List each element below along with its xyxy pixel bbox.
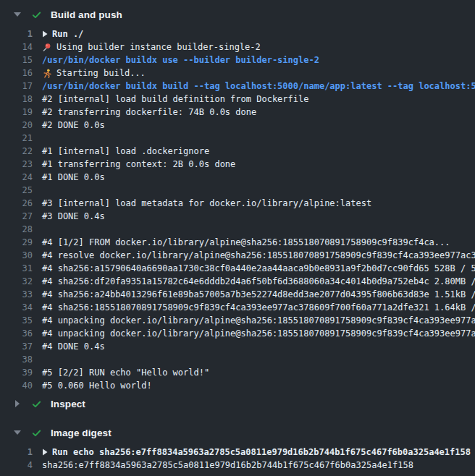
log-line: 40#5 0.060 Hello world! [0, 379, 475, 392]
log-line: 39#5 [2/2] RUN echo "Hello world!" [0, 366, 475, 379]
line-number[interactable]: 17 [0, 80, 42, 93]
line-number[interactable]: 19 [0, 106, 42, 119]
line-text: #2 transferring dockerfile: 74B 0.0s don… [42, 106, 256, 119]
log-line: 33#4 sha256:a24bb4013296f61e89ba57005a7b… [0, 288, 475, 301]
check-icon [31, 9, 42, 20]
line-text: #1 transferring context: 2B 0.0s done [42, 158, 235, 171]
line-text: Run echo sha256:e7ff8834a5963a2785c5a081… [52, 446, 471, 459]
log-line: 27#3 DONE 0.4s [0, 210, 475, 223]
section-header-image-digest[interactable]: Image digest [0, 422, 475, 443]
chevron-down-icon[interactable] [13, 12, 22, 17]
check-icon [31, 399, 42, 409]
line-number[interactable]: 24 [0, 171, 42, 184]
log-lines: 1Run echo sha256:e7ff8834a5963a2785c5a08… [0, 443, 475, 473]
line-number[interactable]: 29 [0, 236, 42, 249]
line-number[interactable]: 32 [0, 275, 42, 288]
section-title: Inspect [51, 399, 85, 409]
log-line: 4sha256:e7ff8834a5963a2785c5a0811e979d16… [0, 459, 475, 472]
line-number[interactable]: 15 [0, 54, 42, 67]
log-line: 24#1 DONE 0.0s [0, 171, 475, 184]
line-text: #4 unpacking docker.io/library/alpine@sh… [42, 327, 475, 340]
line-number[interactable]: 1 [0, 446, 42, 459]
line-text: #1 DONE 0.0s [42, 171, 105, 184]
line-text: #4 sha256:185518070891758909c9f839cf4ca3… [42, 301, 475, 314]
line-text: #4 sha256:a15790640a6690aa1730c38cf0a440… [42, 262, 475, 275]
line-number[interactable]: 39 [0, 366, 42, 379]
line-number[interactable]: 36 [0, 327, 42, 340]
line-text: sha256:e7ff8834a5963a2785c5a0811e979d16b… [42, 459, 413, 472]
line-number[interactable]: 37 [0, 340, 42, 353]
line-text: Using builder instance builder-single-2 [56, 41, 261, 54]
line-number[interactable]: 18 [0, 93, 42, 106]
line-text: #3 [internal] load metadata for docker.i… [42, 197, 371, 210]
line-text: #4 sha256:a24bb4013296f61e89ba57005a7b3e… [42, 288, 475, 301]
line-number[interactable]: 25 [0, 184, 42, 197]
log-line: 18#2 [internal] load build definition fr… [0, 93, 475, 106]
line-number[interactable]: 40 [0, 379, 42, 392]
line-text: #4 sha256:df20fa9351a15782c64e6dddb2d4a6… [42, 275, 475, 288]
log-line: 14Using builder instance builder-single-… [0, 41, 475, 54]
line-number[interactable]: 21 [0, 132, 42, 145]
log-line: 17/usr/bin/docker buildx build --tag loc… [0, 80, 475, 93]
section-title: Image digest [51, 428, 112, 438]
log-line: 34#4 sha256:185518070891758909c9f839cf4c… [0, 301, 475, 314]
chevron-right-icon[interactable] [13, 400, 22, 407]
section-title: Build and push [51, 9, 122, 20]
log-line: 38 [0, 353, 475, 366]
log-line[interactable]: 1Run echo sha256:e7ff8834a5963a2785c5a08… [0, 446, 475, 459]
line-number[interactable]: 31 [0, 262, 42, 275]
log-lines: 1Run ./14Using builder instance builder-… [0, 25, 475, 394]
log-line: 16Starting build... [0, 67, 475, 80]
line-text: #3 DONE 0.4s [42, 210, 105, 223]
section-header-inspect[interactable]: Inspect [0, 394, 475, 414]
log-line: 31#4 sha256:a15790640a6690aa1730c38cf0a4… [0, 262, 475, 275]
log-line: 36#4 unpacking docker.io/library/alpine@… [0, 327, 475, 340]
expand-arrow-icon[interactable] [42, 27, 52, 41]
line-text: #4 [1/2] FROM docker.io/library/alpine@s… [42, 236, 450, 249]
line-number[interactable]: 1 [0, 27, 42, 41]
line-number[interactable]: 23 [0, 158, 42, 171]
line-text: #5 0.060 Hello world! [42, 379, 152, 392]
line-number[interactable]: 28 [0, 223, 42, 236]
log-line: 23#1 transferring context: 2B 0.0s done [0, 158, 475, 171]
line-text: Run ./ [52, 27, 83, 41]
line-number[interactable]: 35 [0, 314, 42, 327]
pushpin-icon [42, 41, 56, 54]
section-inspect: Inspect [0, 394, 475, 414]
line-text: #2 DONE 0.0s [42, 119, 105, 132]
line-number[interactable]: 33 [0, 288, 42, 301]
line-text: #1 [internal] load .dockerignore [42, 145, 209, 158]
runner-icon [42, 67, 56, 80]
log-line: 19#2 transferring dockerfile: 74B 0.0s d… [0, 106, 475, 119]
line-text: /usr/bin/docker buildx build --tag local… [42, 80, 475, 93]
line-number[interactable]: 27 [0, 210, 42, 223]
line-text: Starting build... [56, 67, 146, 80]
log-line: 29#4 [1/2] FROM docker.io/library/alpine… [0, 236, 475, 249]
line-number[interactable]: 34 [0, 301, 42, 314]
log-line: 30#4 resolve docker.io/library/alpine@sh… [0, 249, 475, 262]
line-number[interactable]: 22 [0, 145, 42, 158]
log-line: 21 [0, 132, 475, 145]
check-icon [31, 428, 42, 438]
line-number[interactable]: 20 [0, 119, 42, 132]
line-number[interactable]: 30 [0, 249, 42, 262]
section-header-build-and-push[interactable]: Build and push [0, 4, 475, 25]
log-line: 37#4 DONE 0.4s [0, 340, 475, 353]
line-number[interactable]: 26 [0, 197, 42, 210]
log-line: 26#3 [internal] load metadata for docker… [0, 197, 475, 210]
chevron-down-icon[interactable] [13, 430, 22, 435]
line-number[interactable]: 38 [0, 353, 42, 366]
line-number[interactable]: 4 [0, 459, 42, 472]
log-line[interactable]: 1Run ./ [0, 27, 475, 41]
workflow-log-viewer: Build and push 1Run ./14Using builder in… [0, 0, 475, 473]
line-text: #4 unpacking docker.io/library/alpine@sh… [42, 314, 475, 327]
log-line: 35#4 unpacking docker.io/library/alpine@… [0, 314, 475, 327]
log-line: 20#2 DONE 0.0s [0, 119, 475, 132]
expand-arrow-icon[interactable] [42, 446, 52, 459]
line-text: /usr/bin/docker buildx use --builder bui… [42, 54, 319, 67]
log-line: 25 [0, 184, 475, 197]
line-number[interactable]: 16 [0, 67, 42, 80]
section-image-digest: Image digest 1Run echo sha256:e7ff8834a5… [0, 422, 475, 473]
line-number[interactable]: 14 [0, 41, 42, 54]
log-line: 32#4 sha256:df20fa9351a15782c64e6dddb2d4… [0, 275, 475, 288]
